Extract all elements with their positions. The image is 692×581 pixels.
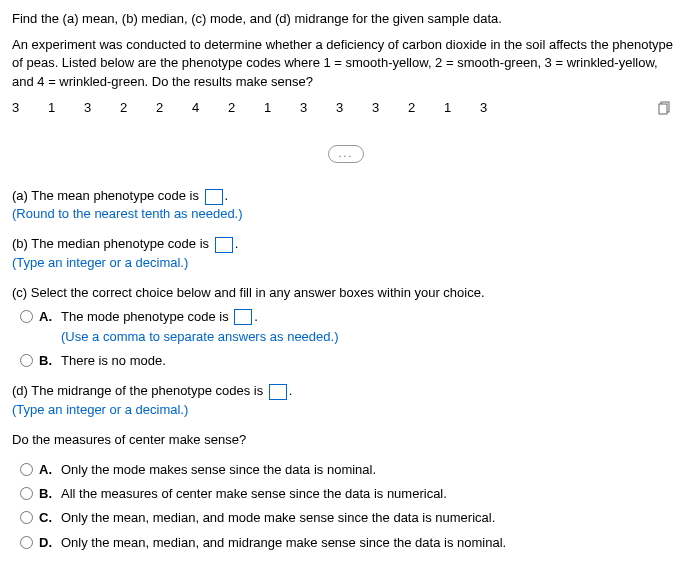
data-value: 4 — [192, 99, 200, 117]
part-d-after: . — [289, 383, 293, 398]
option-final-a-text: Only the mode makes sense since the data… — [61, 461, 680, 479]
svg-rect-1 — [659, 104, 667, 114]
mean-input[interactable] — [205, 189, 223, 205]
data-value: 3 — [336, 99, 344, 117]
median-input[interactable] — [215, 237, 233, 253]
option-final-b: B. All the measures of center make sense… — [20, 485, 680, 503]
intro-text: Find the (a) mean, (b) median, (c) mode,… — [12, 10, 680, 28]
data-value: 3 — [372, 99, 380, 117]
option-c-b-text: There is no mode. — [61, 352, 680, 370]
data-value: 2 — [156, 99, 164, 117]
option-final-d: D. Only the mean, median, and midrange m… — [20, 534, 680, 552]
part-b-text: (b) The median phenotype code is — [12, 236, 213, 251]
part-d-text: (d) The midrange of the phenotype codes … — [12, 383, 267, 398]
data-value: 1 — [444, 99, 452, 117]
data-value: 3 — [12, 99, 20, 117]
part-b-hint: (Type an integer or a decimal.) — [12, 254, 680, 272]
option-final-c-text: Only the mean, median, and mode make sen… — [61, 509, 680, 527]
option-final-c: C. Only the mean, median, and mode make … — [20, 509, 680, 527]
part-a-after: . — [225, 188, 229, 203]
part-b-after: . — [235, 236, 239, 251]
data-value: 2 — [408, 99, 416, 117]
data-value: 3 — [480, 99, 488, 117]
radio-final-a[interactable] — [20, 463, 33, 476]
data-value: 2 — [228, 99, 236, 117]
option-letter: D. — [39, 534, 55, 552]
option-c-a-text: The mode phenotype code is — [61, 309, 232, 324]
part-a: (a) The mean phenotype code is . (Round … — [12, 187, 680, 223]
part-b: (b) The median phenotype code is . (Type… — [12, 235, 680, 271]
radio-final-b[interactable] — [20, 487, 33, 500]
radio-final-c[interactable] — [20, 511, 33, 524]
option-c-b: B. There is no mode. — [20, 352, 680, 370]
radio-final-d[interactable] — [20, 536, 33, 549]
final-question: Do the measures of center make sense? — [12, 431, 680, 449]
option-letter: A. — [39, 308, 55, 326]
radio-c-b[interactable] — [20, 354, 33, 367]
expand-button[interactable]: ... — [328, 145, 364, 163]
option-letter: B. — [39, 485, 55, 503]
part-d: (d) The midrange of the phenotype codes … — [12, 382, 680, 418]
midrange-input[interactable] — [269, 384, 287, 400]
data-value: 1 — [264, 99, 272, 117]
data-value: 3 — [300, 99, 308, 117]
final-options: A. Only the mode makes sense since the d… — [12, 461, 680, 552]
option-letter: B. — [39, 352, 55, 370]
option-letter: A. — [39, 461, 55, 479]
part-c: (c) Select the correct choice below and … — [12, 284, 680, 371]
part-a-text: (a) The mean phenotype code is — [12, 188, 203, 203]
option-c-a-after: . — [254, 309, 258, 324]
option-final-a: A. Only the mode makes sense since the d… — [20, 461, 680, 479]
option-final-d-text: Only the mean, median, and midrange make… — [61, 534, 680, 552]
option-letter: C. — [39, 509, 55, 527]
data-value: 1 — [48, 99, 56, 117]
part-d-hint: (Type an integer or a decimal.) — [12, 401, 680, 419]
part-c-prompt: (c) Select the correct choice below and … — [12, 284, 680, 302]
data-value: 3 — [84, 99, 92, 117]
mode-input[interactable] — [234, 309, 252, 325]
option-final-b-text: All the measures of center make sense si… — [61, 485, 680, 503]
part-a-hint: (Round to the nearest tenth as needed.) — [12, 205, 680, 223]
option-c-a: A. The mode phenotype code is . (Use a c… — [20, 308, 680, 346]
data-value: 2 — [120, 99, 128, 117]
radio-c-a[interactable] — [20, 310, 33, 323]
option-c-a-hint: (Use a comma to separate answers as need… — [61, 328, 680, 346]
copy-icon[interactable] — [658, 101, 672, 115]
expand-bar: ... — [12, 145, 680, 163]
experiment-text: An experiment was conducted to determine… — [12, 36, 680, 91]
data-row: 3 1 3 2 2 4 2 1 3 3 3 2 1 3 — [12, 99, 680, 117]
